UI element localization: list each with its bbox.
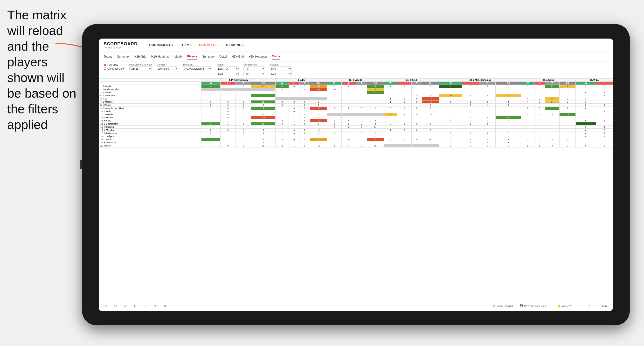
matrix-cell: 0 — [236, 132, 251, 135]
subnav-players[interactable]: Players — [187, 54, 197, 59]
matrix-cell: 2 — [276, 100, 289, 104]
matrix-cell — [220, 91, 236, 94]
matrix-cell — [276, 141, 289, 144]
zoom-out-button[interactable]: ⊖ — [132, 303, 138, 309]
matrix-cell: 0 — [440, 119, 462, 122]
matrix-cell: 6 — [596, 85, 613, 88]
view-icon: 👁 — [493, 305, 495, 308]
gender-select[interactable]: Women's Men's — [156, 66, 178, 71]
players-sub-select[interactable]: (All) — [270, 72, 292, 76]
region-sub-select[interactable]: (All) — [217, 72, 239, 76]
matrix-cell — [545, 107, 559, 110]
matrix-cell — [521, 110, 534, 113]
players-select[interactable]: (All) — [270, 66, 292, 71]
subnav-matrix-1[interactable]: Matrix — [174, 54, 182, 59]
matrix-cell: 0 — [300, 122, 310, 126]
main-content[interactable]: 2. M Kelly Mulcahy 6. A Dy 11. G Woods 2… — [99, 78, 613, 301]
player-name-cell: 9. A Maria Jimenez Rios — [99, 107, 202, 110]
matrix-cell — [300, 135, 310, 138]
matrix-cell: 2 — [310, 104, 327, 107]
more-options-button[interactable]: ⋯ — [577, 304, 583, 308]
matrix-cell: 2 — [384, 113, 397, 116]
tablet-side-button — [80, 160, 82, 170]
matrix-cell — [236, 97, 251, 100]
region-select[interactable]: East - DII West - DII — [217, 66, 239, 71]
matrix-cell: 5 — [422, 122, 440, 126]
matrix-cell: 2 — [342, 122, 356, 126]
nav-tournaments[interactable]: TOURNAMENTS — [147, 42, 173, 48]
share-label: Share — [600, 305, 608, 308]
table-row: 14. S Srichantamit3101601051204010510 — [99, 122, 613, 126]
view-original-button[interactable]: 👁 View: Original — [491, 304, 514, 308]
matrix-cell — [545, 129, 559, 132]
matrix-cell — [534, 141, 545, 144]
max-players-select[interactable]: Top 25 Top 50 Top 100 — [129, 66, 152, 71]
save-custom-button[interactable]: 💾 Save Custom View — [518, 304, 548, 308]
matrix-cell: 0 — [236, 107, 251, 110]
reset-zoom-button[interactable]: ↔ — [142, 304, 148, 308]
matrix-cell: 2 — [534, 138, 545, 141]
subnav-h2h-grid-2[interactable]: H2H Grid — [232, 54, 244, 59]
matrix-cell — [327, 100, 342, 104]
subnav-summary-2[interactable]: Summary — [202, 54, 214, 59]
zoom-in-button[interactable]: ⊕ — [152, 303, 158, 309]
watch-button[interactable]: 🔔 Watch ▾ — [556, 304, 573, 308]
subnav-teams[interactable]: Teams — [104, 54, 112, 59]
subnav-h2h-heatmap-1[interactable]: H2H Heatmap — [151, 54, 170, 59]
nav-rankings[interactable]: RANKINGS — [226, 42, 244, 48]
matrix-cell — [440, 110, 462, 113]
table-row: 10. L Perini101011 — [99, 110, 613, 113]
matrix-cell: 4 — [521, 97, 534, 100]
subnav-matrix-2[interactable]: Matrix — [272, 54, 280, 59]
matrix-cell — [559, 88, 576, 91]
matrix-cell — [479, 126, 495, 129]
back-button[interactable]: ↩ — [122, 303, 128, 309]
matrix-cell: 1 — [342, 132, 356, 135]
matrix-cell — [545, 122, 559, 126]
matrix-cell: 1 — [220, 138, 236, 141]
subnav-h2h-heatmap-2[interactable]: H2H Heatmap — [248, 54, 267, 59]
matrix-cell: 1 — [596, 135, 613, 138]
matrix-cell — [479, 129, 495, 132]
matrix-cell — [327, 141, 342, 144]
division-select[interactable]: NCAA Division II NCAA Division I NCAA Di… — [183, 66, 212, 71]
matrix-cell — [236, 119, 251, 122]
matrix-cell: 1 — [596, 110, 613, 113]
nav-teams[interactable]: TEAMS — [180, 42, 192, 48]
matrix-cell: 2 — [342, 91, 356, 94]
table-row: 13. N Klug010-21003021001 — [99, 119, 613, 122]
matrix-cell — [356, 100, 367, 104]
expand-button[interactable]: ⤢ — [586, 304, 592, 308]
matrix-cell: 40 — [310, 88, 327, 91]
subnav-summary-1[interactable]: Summary — [117, 54, 129, 59]
matrix-cell — [220, 141, 236, 144]
compact-view-option[interactable]: Compact View — [104, 67, 124, 70]
matrix-cell: 6 — [479, 85, 495, 88]
matrix-cell — [521, 88, 534, 91]
matrix-cell: 0 — [440, 100, 462, 104]
share-button[interactable]: ↗ Share — [596, 304, 609, 308]
matrix-cell: 50 — [367, 85, 384, 88]
matrix-cell — [534, 104, 545, 107]
compact-view-radio[interactable] — [104, 67, 106, 70]
full-view-radio[interactable] — [104, 64, 106, 66]
full-view-option[interactable]: Full View — [104, 63, 124, 66]
undo-button[interactable]: ↩ — [102, 303, 109, 309]
nav-committee[interactable]: COMMITTEE — [199, 42, 219, 48]
player-name-cell: 21. O Stoll — [99, 144, 202, 148]
subnav-detail[interactable]: Detail — [219, 54, 227, 59]
conference-sub-select[interactable]: (All) — [244, 72, 265, 76]
matrix-cell — [559, 129, 576, 132]
back-icon: ↩ — [124, 304, 127, 308]
conference-select[interactable]: (All) — [244, 66, 265, 71]
matrix-cell: 1 — [412, 85, 422, 88]
matrix-cell: 0 — [289, 110, 300, 113]
settings-button[interactable]: ⚙ — [162, 303, 168, 309]
matrix-cell: 0 — [300, 100, 310, 104]
matrix-cell — [310, 97, 327, 100]
subnav-h2h-grid-1[interactable]: H2H Grid — [134, 54, 146, 59]
matrix-cell — [202, 126, 220, 129]
matrix-cell: 0 — [356, 132, 367, 135]
matrix-cell — [576, 113, 596, 116]
redo-button[interactable]: ↪ — [112, 303, 119, 309]
